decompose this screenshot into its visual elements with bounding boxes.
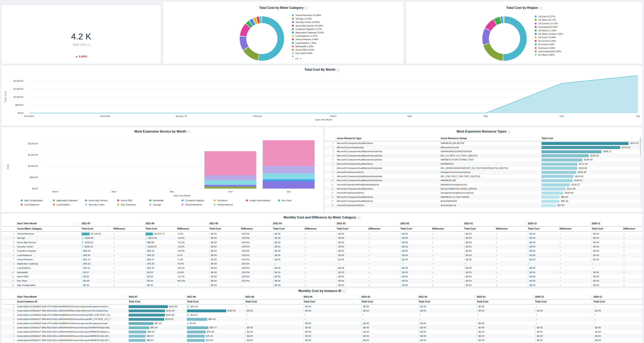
cell-total-cost[interactable]: $285.12: [603, 150, 612, 153]
cell-total-cost[interactable]: $78.48: [207, 331, 214, 333]
subheader-total-cost[interactable]: Total Cost: [209, 227, 221, 230]
subheader-difference[interactable]: Difference: [305, 227, 316, 230]
cell-total-cost[interactable]: $0.00: [478, 322, 484, 325]
legend-item-storage[interactable]: Storage: [149, 203, 182, 206]
cell-category[interactable]: Azure DNS: [17, 275, 78, 278]
cell-total-cost[interactable]: $0.00: [466, 275, 472, 278]
cell-total-cost[interactable]: $196.90: [148, 245, 156, 248]
cell-total-cost[interactable]: $0.00: [402, 237, 408, 239]
cell-total-cost[interactable]: $0.00: [275, 284, 280, 286]
cell-resource-type[interactable]: Microsoft.Compute/virtualMachineScaleSet…: [337, 179, 437, 182]
cell-total-cost[interactable]: $0.00: [211, 258, 217, 261]
cell-total-cost[interactable]: $0.00: [466, 245, 472, 248]
cell-total-cost[interactable]: $0.00: [338, 241, 344, 244]
cell-total-cost[interactable]: $0.00: [363, 331, 369, 333]
cell-total-cost[interactable]: $0.00: [363, 335, 369, 337]
legend-item-us-central[interactable]: US Central 12.47%: [535, 22, 558, 25]
column-header-resource-type[interactable]: Azure Resource Type: [337, 137, 362, 140]
subheader-total-cost[interactable]: Total Cost: [337, 227, 348, 230]
cell-total-cost[interactable]: $148.01: [574, 179, 583, 182]
cell-total-cost[interactable]: $0.00: [338, 258, 344, 261]
month-header-2021-06[interactable]: 2021-06: [187, 295, 196, 298]
cell-total-cost[interactable]: $0.00: [402, 233, 408, 235]
cell-total-cost[interactable]: $0.00: [478, 331, 484, 333]
cell-total-cost[interactable]: $0.00: [211, 245, 217, 248]
cell-total-cost[interactable]: $0.00: [530, 258, 536, 261]
cell-total-cost[interactable]: $0.00: [537, 339, 543, 342]
cell-total-cost[interactable]: $0.00: [211, 237, 217, 239]
cell-total-cost[interactable]: $80.38: [150, 326, 158, 329]
cell-total-cost[interactable]: $0.00: [466, 254, 472, 257]
legend-item-us-north-central[interactable]: US North Central 1.82%: [535, 33, 563, 35]
cell-instance-id[interactable]: /subscriptions/12d2db62-5aa9-471d-84bb-f…: [17, 322, 125, 325]
subheader-total-cost[interactable]: Total Cost: [418, 300, 430, 303]
cell-instance-id[interactable]: /subscriptions/12d2db62-5aa9-471d-84bb-f…: [17, 305, 125, 308]
cell-total-cost[interactable]: $85.45: [208, 318, 216, 320]
subheader-total-cost[interactable]: Total Cost: [245, 300, 257, 303]
legend-item-storage[interactable]: Storage 13.42%: [292, 17, 312, 20]
cell-total-cost[interactable]: $0.00: [402, 271, 408, 274]
cell-total-cost[interactable]: $0.00: [338, 280, 344, 282]
cell-total-cost[interactable]: $336.85: [85, 237, 94, 239]
legend-item-us-west[interactable]: US West 19.17%: [535, 19, 556, 21]
cell-category[interactable]: Virtual Network: [17, 258, 78, 261]
cell-total-cost[interactable]: $153.90: [169, 305, 178, 308]
cell-total-cost[interactable]: $0.00: [275, 275, 280, 278]
cell-total-cost[interactable]: $0.00: [420, 326, 426, 329]
cell-total-cost[interactable]: $75.24: [206, 335, 213, 337]
info-icon[interactable]: i: [305, 7, 308, 10]
cell-total-cost[interactable]: $75.24: [206, 339, 213, 342]
legend-item-us-west-2[interactable]: US West 2 5.18%: [535, 29, 556, 32]
subheader-difference[interactable]: Difference: [560, 227, 572, 230]
month-header-2021-01[interactable]: 2021-01: [477, 295, 486, 298]
cell-total-cost[interactable]: $97.20: [154, 322, 162, 325]
cell-total-cost[interactable]: $142.94: [166, 310, 175, 312]
cell-total-cost[interactable]: $0.00: [275, 267, 280, 269]
subheader-total-cost[interactable]: Total Cost: [273, 227, 284, 230]
cell-resource-group[interactable]: HARNESS-QA: [440, 179, 539, 182]
month-header-2021-01[interactable]: 2021-01: [464, 222, 473, 225]
legend-item-application-gateway[interactable]: Application Gateway: [53, 199, 85, 202]
cell-instance-id[interactable]: /subscriptions/20d6a917-99fa-4b1b-9b2e-a…: [17, 310, 125, 312]
cell-total-cost[interactable]: $7.20: [190, 322, 196, 325]
subheader-difference[interactable]: Difference: [368, 227, 380, 230]
cell-resource-type[interactable]: Microsoft.Compute/virtualMachineScaleSet…: [337, 150, 437, 153]
cell-resource-group[interactable]: HARNESS-UI-TEST-INFRA: [440, 196, 539, 198]
cell-resource-group[interactable]: QAVMSSRESOURCEGROUP: [440, 150, 539, 153]
cell-total-cost[interactable]: $0.00: [466, 280, 472, 282]
scrollbar-thumb[interactable]: [640, 137, 641, 155]
cell-total-cost[interactable]: $0.00: [478, 339, 484, 342]
cell-total-cost[interactable]: $0.00: [420, 339, 426, 342]
cell-total-cost[interactable]: $0.00: [363, 305, 369, 308]
cell-resource-group[interactable]: HARNESS-FUNCTIONAL-TEST: [440, 158, 539, 161]
cell-total-cost[interactable]: $52.13: [84, 258, 90, 261]
cell-resource-type[interactable]: microsoft.web/serverfarms: [337, 171, 437, 173]
cell-total-cost[interactable]: $0.00: [363, 322, 369, 325]
cell-total-cost[interactable]: $0.00: [595, 339, 601, 342]
cell-total-cost[interactable]: $114.58: [567, 188, 576, 190]
subheader-difference[interactable]: Difference: [113, 227, 125, 230]
legend-item-key-vault[interactable]: Key Vault 0.02%: [292, 52, 312, 54]
legend-item-application-gateway[interactable]: Application Gateway 3.00%: [292, 31, 324, 34]
cell-total-cost[interactable]: $0.00: [338, 237, 344, 239]
cell-total-cost[interactable]: $0.00: [211, 241, 217, 244]
cell-total-cost[interactable]: $0.00: [363, 326, 369, 329]
cell-total-cost[interactable]: $0.00: [478, 310, 484, 312]
cell-total-cost[interactable]: $141.90: [166, 314, 174, 316]
cell-total-cost[interactable]: $85.43: [561, 200, 568, 202]
cell-total-cost[interactable]: $0.00: [338, 250, 344, 252]
subheader-total-cost[interactable]: Total Cost: [146, 227, 157, 230]
cell-total-cost[interactable]: $55.82: [84, 254, 90, 257]
month-header-2020-12[interactable]: 2020-12: [528, 222, 537, 225]
cell-total-cost[interactable]: $0.00: [305, 331, 311, 333]
cell-category[interactable]: Virtual Machines: [17, 233, 78, 235]
bar-segment-june-azure-app-service[interactable]: [204, 185, 256, 187]
cell-total-cost[interactable]: $0.00: [466, 258, 472, 261]
cell-total-cost[interactable]: $0.00: [211, 263, 217, 265]
collapse-chevron-icon[interactable]: ‹: [122, 295, 123, 299]
cell-resource-type[interactable]: microsoft.web/serverfarms: [337, 192, 437, 194]
bar-segment-july-container-registry[interactable]: [263, 179, 314, 181]
column-header-resource-group[interactable]: Azure Resource Group: [440, 137, 467, 140]
cell-total-cost[interactable]: $0.00: [338, 275, 344, 278]
cell-total-cost[interactable]: $0.00: [466, 250, 472, 252]
